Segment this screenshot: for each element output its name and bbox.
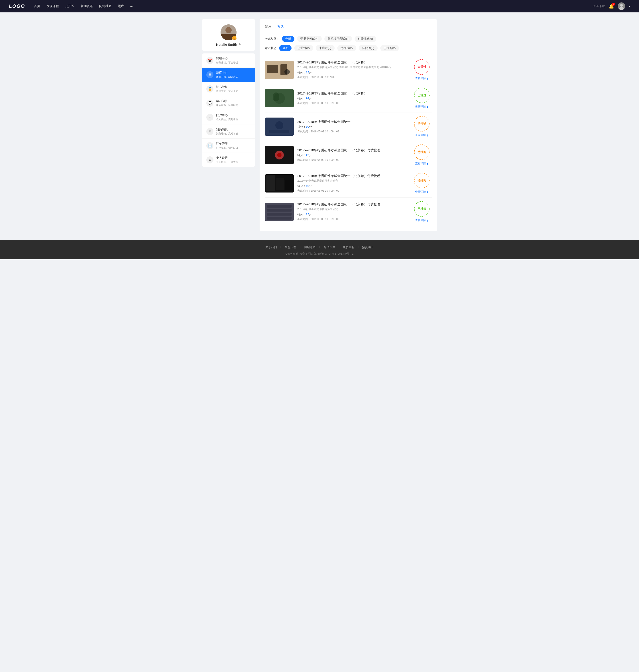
sidebar-item-certificate[interactable]: 🏅 证书荣誉 收获荣誉、持证上岗	[202, 82, 255, 96]
exam-title-3: 2017–2018年行测证件考试全国统一	[297, 120, 408, 124]
type-filter-all[interactable]: 全部	[282, 36, 294, 42]
exam-time-2: 考试时间：2019-05-03 10：09：09	[297, 101, 408, 105]
exam-info-1: 2017–2018年行测证件考试全国统一（北京卷） 2018年行测考试是最值得多…	[297, 60, 408, 79]
course-title: 课程中心	[216, 57, 238, 61]
type-filter-random[interactable]: 随机抽题考试(5)	[324, 36, 352, 42]
footer-link-recruit[interactable]: 招贤纳士	[359, 245, 377, 249]
exam-info-2: 2017–2018年行测证件考试全国统一（北京卷） 得分：99分 考试时间：20…	[297, 91, 408, 105]
svg-rect-23	[276, 178, 284, 190]
edit-icon[interactable]: ✎	[238, 43, 241, 46]
nav-news[interactable]: 新闻资讯	[80, 4, 93, 8]
footer-link-disclaimer[interactable]: 免责声明	[339, 245, 358, 249]
exam-status-5: 待批阅 查看详情 ❯	[412, 173, 432, 194]
sidebar-username: Natalie Smith ✎	[205, 43, 252, 46]
status-filter-row: 考试状态 全部 已通过(2) 未通过(2) 待考试(2) 待批阅(2) 已批阅(…	[265, 45, 432, 51]
sidebar-item-question[interactable]: ☰ 题库中心 海量习题、助力通关	[202, 68, 255, 82]
sidebar-item-course[interactable]: 📅 课程中心 精彩课程、不容错过	[202, 53, 255, 68]
status-filter-pending-exam[interactable]: 待考试(2)	[337, 45, 356, 51]
content-area: 题库 考试 考试类型： 全部 证书类考试(4) 随机抽题考试(5) 付费批卷(6…	[260, 19, 437, 231]
tab-question-bank[interactable]: 题库	[265, 25, 271, 31]
settings-subtitle: 个人信息、一键管理	[216, 160, 238, 164]
exam-detail-link-2[interactable]: 查看详情 ❯	[415, 105, 428, 109]
table-row: 2017–2018年行测证件考试全国统一（北京卷） 2018年行测考试是最值得多…	[265, 56, 432, 84]
type-filter-row: 考试类型： 全部 证书类考试(4) 随机抽题考试(5) 付费批卷(6)	[265, 36, 432, 42]
svg-rect-27	[267, 209, 292, 212]
app-download-btn[interactable]: APP下载	[593, 4, 605, 8]
exam-thumbnail-3	[265, 117, 294, 136]
exam-title-4: 2017–2018年行测证件考试全国统一（北京卷）付费批卷	[297, 148, 408, 153]
notification-bell[interactable]: 🔔 1	[609, 3, 614, 9]
exam-info-3: 2017–2018年行测证件考试全国统一 得分：99分 考试时间：2019-05…	[297, 120, 408, 133]
svg-point-15	[275, 121, 283, 129]
sidebar-profile: 🏆 Natalie Smith ✎	[202, 19, 255, 51]
settings-title: 个人设置	[216, 156, 238, 160]
exam-info-6: 2017–2018年行测证件考试全国统一（北京卷）付费批卷 2018年行测考试是…	[297, 202, 408, 221]
navbar-nav: 首页 发现课程 公开课 新闻资讯 问答社区 题库 ···	[34, 4, 593, 8]
exam-detail-link-4[interactable]: 查看详情 ❯	[415, 162, 428, 165]
exam-info-5: 2017–2018年行测证件考试全国统一（北京卷）付费批卷 2018年行测考试是…	[297, 174, 408, 193]
nav-home[interactable]: 首页	[34, 4, 40, 8]
sidebar-item-settings[interactable]: ⚙ 个人设置 个人信息、一键管理	[202, 153, 255, 167]
exam-score-1: 得分：25分	[297, 70, 408, 75]
exam-status-2: 已通过 查看详情 ❯	[412, 87, 432, 109]
nav-discover[interactable]: 发现课程	[46, 4, 59, 8]
account-title: 账户中心	[216, 113, 238, 117]
footer-link-agent[interactable]: 加盟代理	[281, 245, 300, 249]
footer-link-sitemap[interactable]: 网站地图	[300, 245, 319, 249]
nav-more[interactable]: ···	[130, 4, 133, 8]
nav-bank[interactable]: 题库	[118, 4, 124, 8]
footer-copyright: Copyright© 云朵商学院 版权所有 京ICP备17051340号－1	[4, 252, 635, 256]
svg-point-13	[273, 93, 279, 101]
nav-open[interactable]: 公开课	[65, 4, 74, 8]
svg-point-10	[284, 69, 290, 75]
exam-status-4: 待批阅 查看详情 ❯	[412, 144, 432, 165]
exam-thumbnail-5	[265, 174, 294, 192]
exam-list: 2017–2018年行测证件考试全国统一（北京卷） 2018年行测考试是最值得多…	[265, 56, 432, 226]
footer-link-about[interactable]: 关于我们	[262, 245, 280, 249]
status-badge-1: 未通过	[414, 59, 430, 75]
status-badge-5: 待批阅	[414, 173, 430, 188]
exam-detail-link-6[interactable]: 查看详情 ❯	[415, 219, 428, 222]
exam-detail-link-5[interactable]: 查看详情 ❯	[415, 190, 428, 194]
main-container: 🏆 Natalie Smith ✎ 📅 课程中心 精彩课程、不容错过 ☰ 题库中…	[198, 19, 441, 231]
nav-qa[interactable]: 问答社区	[99, 4, 112, 8]
svg-rect-29	[267, 217, 292, 220]
exam-title-1: 2017–2018年行测证件考试全国统一（北京卷）	[297, 60, 408, 65]
tab-exam[interactable]: 考试	[277, 25, 283, 31]
avatar[interactable]	[618, 2, 625, 10]
type-filter-cert[interactable]: 证书类考试(4)	[297, 36, 322, 42]
navbar: LOGO 首页 发现课程 公开课 新闻资讯 问答社区 题库 ··· APP下载 …	[0, 0, 639, 12]
status-filter-pending-review[interactable]: 待批阅(2)	[359, 45, 378, 51]
svg-rect-26	[267, 205, 292, 208]
question-icon: ☰	[206, 71, 214, 78]
status-filter-all[interactable]: 全部	[279, 45, 292, 51]
sidebar-item-order[interactable]: 📄 订单管理 订单支出、明明白白	[202, 139, 255, 153]
navbar-right: APP下载 🔔 1 ▾	[593, 2, 630, 10]
exam-score-2: 得分：99分	[297, 96, 408, 100]
sidebar-item-qa[interactable]: 💬 学习问答 课后重温、疑难解答	[202, 96, 255, 110]
dropdown-arrow-icon[interactable]: ▾	[629, 5, 630, 8]
footer-link-partner[interactable]: 合作伙伴	[320, 245, 339, 249]
certificate-subtitle: 收获荣誉、持证上岗	[216, 90, 238, 93]
status-filter-failed[interactable]: 未通过(2)	[316, 45, 334, 51]
exam-desc-1: 2018年行测考试是最值得多去研究 2018年行测考试是最值得多去研究 2018…	[297, 65, 397, 69]
certificate-title: 证书荣誉	[216, 85, 238, 89]
exam-title-2: 2017–2018年行测证件考试全国统一（北京卷）	[297, 91, 408, 96]
exam-status-6: 已批阅 查看详情 ❯	[412, 201, 432, 222]
exam-detail-link-3[interactable]: 查看详情 ❯	[415, 133, 428, 137]
svg-rect-22	[266, 175, 275, 191]
type-filter-paid[interactable]: 付费批卷(6)	[355, 36, 376, 42]
exam-time-5: 考试时间：2019-05-03 10：09：09	[297, 189, 408, 193]
message-icon: ✉	[206, 128, 214, 135]
status-filter-reviewed[interactable]: 已批阅(2)	[380, 45, 399, 51]
sidebar-item-message[interactable]: ✉ 我的消息 消息通知、及时了解	[202, 124, 255, 139]
status-badge-2: 已通过	[414, 87, 430, 103]
sidebar-item-account[interactable]: ♡ 账户中心 个人权益、实时掌握	[202, 110, 255, 124]
status-filter-passed[interactable]: 已通过(2)	[294, 45, 313, 51]
order-subtitle: 订单支出、明明白白	[216, 146, 238, 149]
exam-detail-link-1[interactable]: 查看详情 ❯	[415, 77, 428, 80]
logo[interactable]: LOGO	[9, 3, 25, 9]
svg-rect-20	[265, 146, 294, 164]
message-subtitle: 消息通知、及时了解	[216, 132, 238, 135]
avatar-badge: 🏆	[232, 36, 236, 41]
